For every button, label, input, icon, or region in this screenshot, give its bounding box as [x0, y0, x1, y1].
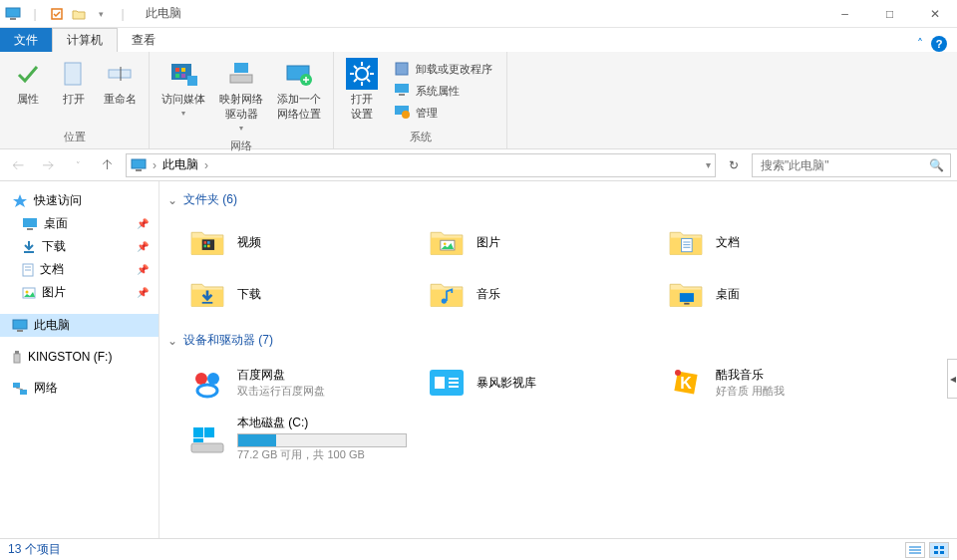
address-box[interactable]: › 此电脑 › ▾	[126, 153, 716, 177]
item-icon	[666, 222, 706, 262]
nav-forward-button[interactable]: 🡢	[36, 153, 60, 177]
refresh-button[interactable]: ↻	[722, 153, 746, 177]
svg-rect-7	[175, 68, 179, 72]
svg-rect-83	[940, 551, 944, 554]
item-0-4[interactable]: 音乐	[423, 268, 662, 320]
open-settings-button[interactable]: 打开 设置	[340, 54, 384, 128]
item-1-2[interactable]: K酷我音乐好音质 用酷我	[662, 357, 901, 409]
item-subtitle: 好音质 用酷我	[716, 384, 785, 399]
item-1-1[interactable]: 暴风影视库	[423, 357, 662, 409]
open-button[interactable]: 打开	[52, 54, 96, 128]
item-0-3[interactable]: 下载	[183, 268, 423, 320]
item-0-0[interactable]: 视频	[183, 216, 423, 268]
nav-recent-dropdown[interactable]: ˅	[66, 153, 90, 177]
rename-button[interactable]: 重命名	[98, 54, 143, 128]
group-header-0[interactable]: ⌄文件夹 (6)	[160, 187, 957, 212]
svg-rect-80	[934, 546, 938, 549]
group-title: 文件夹 (6)	[183, 191, 237, 208]
svg-rect-74	[204, 427, 214, 437]
nav-icon	[12, 350, 22, 364]
svg-rect-11	[187, 76, 197, 86]
uninstall-programs-button[interactable]: 卸载或更改程序	[390, 59, 496, 79]
svg-rect-73	[193, 427, 203, 437]
chevron-down-icon: ⌄	[167, 334, 177, 348]
tab-computer[interactable]: 计算机	[52, 28, 118, 52]
nav-item-5[interactable]: 此电脑	[0, 314, 159, 337]
search-icon[interactable]: 🔍	[929, 158, 944, 172]
map-drive-button[interactable]: 映射网络 驱动器▾	[213, 54, 269, 137]
item-icon	[187, 419, 227, 458]
nav-item-2[interactable]: 下载📌	[0, 235, 159, 258]
search-input[interactable]	[759, 157, 929, 173]
nav-label: 快速访问	[34, 192, 82, 209]
access-media-button[interactable]: 访问媒体▾	[156, 54, 211, 137]
sysprop-icon	[394, 83, 410, 99]
item-label: 音乐	[477, 286, 500, 303]
content-pane: ⌄文件夹 (6)视频图片文档下载音乐桌面⌄设备和驱动器 (7)百度网盘双击运行百…	[160, 181, 957, 538]
properties-button[interactable]: 属性	[6, 54, 50, 128]
breadcrumb-sep-icon-2[interactable]: ›	[204, 158, 208, 172]
group-header-1[interactable]: ⌄设备和驱动器 (7)	[160, 328, 957, 353]
nav-item-3[interactable]: 文档📌	[0, 258, 159, 281]
maximize-button[interactable]: □	[867, 0, 912, 28]
qat-newfolder-icon[interactable]	[70, 5, 88, 23]
manage-button[interactable]: 管理	[390, 103, 496, 123]
view-details-button[interactable]	[905, 542, 925, 558]
item-0-2[interactable]: 文档	[662, 216, 901, 268]
item-1-3[interactable]: 本地磁盘 (C:)77.2 GB 可用，共 100 GB	[183, 409, 423, 468]
svg-point-72	[675, 370, 681, 376]
nav-label: 网络	[34, 380, 58, 397]
item-label: 图片	[477, 234, 500, 251]
media-icon	[167, 58, 199, 90]
preview-pane-toggle[interactable]: ◂	[947, 359, 957, 399]
close-button[interactable]: ✕	[912, 0, 957, 28]
item-1-0[interactable]: 百度网盘双击运行百度网盘	[183, 357, 423, 409]
nav-item-7[interactable]: 网络	[0, 377, 159, 400]
nav-up-button[interactable]: 🡡	[96, 153, 120, 177]
breadcrumb-sep-icon[interactable]: ›	[153, 158, 157, 172]
nav-item-6[interactable]: KINGSTON (F:)	[0, 347, 159, 367]
svg-rect-26	[396, 63, 408, 75]
tab-file[interactable]: 文件	[0, 28, 52, 52]
item-0-5[interactable]: 桌面	[662, 268, 901, 320]
ribbon-collapse-icon[interactable]: ˄	[917, 37, 923, 51]
svg-point-54	[444, 242, 447, 245]
svg-rect-10	[181, 74, 185, 78]
item-icon	[666, 274, 706, 314]
map-drive-icon	[225, 58, 257, 90]
svg-rect-0	[6, 8, 20, 17]
tab-view[interactable]: 查看	[118, 28, 169, 52]
svg-rect-41	[13, 320, 27, 329]
pin-icon: 📌	[137, 287, 149, 298]
qat-dropdown-icon[interactable]: ▾	[92, 5, 110, 23]
system-properties-button[interactable]: 系统属性	[390, 81, 496, 101]
view-large-icons-button[interactable]	[929, 542, 949, 558]
navigation-pane: 快速访问桌面📌下载📌文档📌图片📌此电脑KINGSTON (F:)网络	[0, 181, 160, 538]
svg-rect-52	[207, 245, 210, 248]
nav-item-0[interactable]: 快速访问	[0, 189, 159, 212]
nav-icon	[12, 319, 28, 333]
item-icon	[187, 222, 227, 262]
svg-rect-8	[181, 68, 185, 72]
nav-back-button[interactable]: 🡠	[6, 153, 30, 177]
help-icon[interactable]: ?	[931, 36, 947, 52]
svg-rect-9	[175, 74, 179, 78]
item-label: 本地磁盘 (C:)	[237, 415, 407, 431]
item-label: 桌面	[716, 286, 740, 303]
item-label: 视频	[237, 234, 261, 251]
minimize-button[interactable]: –	[822, 0, 867, 28]
nav-item-4[interactable]: 图片📌	[0, 281, 159, 304]
breadcrumb-this-pc[interactable]: 此电脑	[162, 156, 198, 173]
qat-properties-icon[interactable]	[48, 5, 66, 23]
svg-rect-32	[136, 169, 142, 171]
group-title: 设备和驱动器 (7)	[183, 332, 273, 349]
svg-rect-82	[934, 551, 938, 554]
search-box[interactable]: 🔍	[752, 153, 951, 177]
rename-icon	[105, 58, 137, 90]
item-0-1[interactable]: 图片	[423, 216, 662, 268]
item-icon	[427, 222, 467, 262]
uninstall-icon	[394, 61, 410, 77]
add-network-location-button[interactable]: 添加一个 网络位置	[271, 54, 327, 137]
nav-item-1[interactable]: 桌面📌	[0, 212, 159, 235]
address-dropdown-icon[interactable]: ▾	[706, 159, 711, 170]
